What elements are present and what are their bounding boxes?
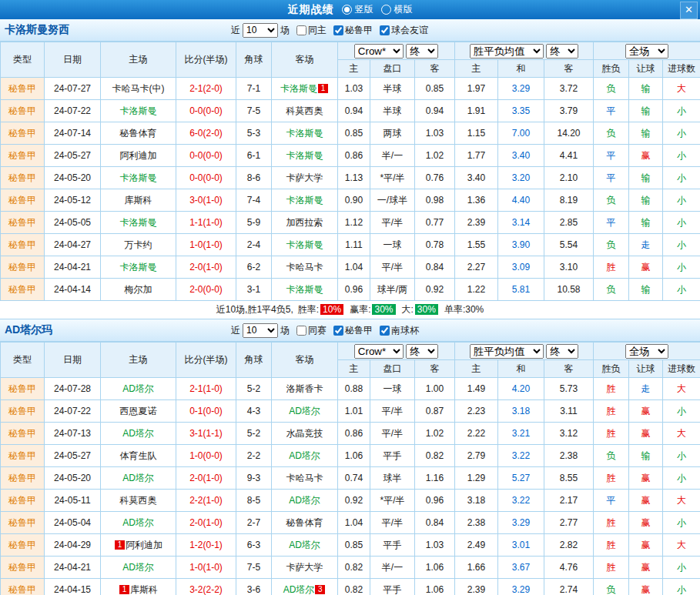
match-count-select[interactable]: 10 bbox=[243, 23, 278, 38]
ah-final-select[interactable]: 终 bbox=[406, 44, 438, 58]
home-cell: AD塔尔 bbox=[101, 378, 176, 400]
goals-result-cell: 小 bbox=[663, 234, 700, 256]
team-link[interactable]: 科莫西奥 bbox=[120, 495, 157, 506]
scope-select[interactable]: 全场 bbox=[625, 344, 668, 359]
goals-result-cell: 小 bbox=[663, 400, 700, 423]
team-link[interactable]: 卡洛斯曼 bbox=[120, 217, 157, 228]
ah-source-select[interactable]: Crow* bbox=[354, 344, 404, 359]
away-cell: 卡洛斯曼 bbox=[272, 145, 338, 167]
team-link[interactable]: AD塔尔 bbox=[122, 562, 154, 573]
team-link[interactable]: AD塔尔 bbox=[122, 383, 154, 394]
team-link[interactable]: AD塔尔 bbox=[122, 517, 154, 528]
landscape-radio-label[interactable]: 横版 bbox=[394, 3, 413, 16]
team-name: 卡洛斯曼努西 bbox=[5, 23, 69, 37]
cup-checkbox[interactable] bbox=[380, 326, 390, 336]
corner-cell: 2-7 bbox=[236, 512, 272, 534]
team-link[interactable]: 体育生队 bbox=[120, 450, 157, 461]
goals-result-cell: 大 bbox=[663, 534, 700, 557]
team-link[interactable]: 西恩夏诺 bbox=[120, 406, 157, 416]
team-link[interactable]: 卡洛斯曼 bbox=[286, 284, 323, 295]
team-link[interactable]: AD塔尔 bbox=[283, 584, 315, 595]
score-cell: 1-0(1-0) bbox=[176, 234, 236, 256]
same-home-filter[interactable]: 同主 bbox=[296, 24, 327, 37]
team-link[interactable]: AD塔尔 bbox=[289, 495, 320, 506]
eu-home-odds: 1.91 bbox=[455, 100, 498, 122]
same-competition-checkbox[interactable] bbox=[296, 326, 306, 336]
away-cell: 卡洛斯曼 bbox=[272, 234, 338, 256]
eu-away-odds: 3.11 bbox=[544, 400, 594, 423]
league-checkbox[interactable] bbox=[333, 326, 343, 336]
league-filter[interactable]: 秘鲁甲 bbox=[333, 24, 373, 37]
handicap-cell: 平手 bbox=[370, 534, 415, 557]
portrait-radio-label[interactable]: 竖版 bbox=[355, 3, 373, 16]
team-link[interactable]: AD塔尔 bbox=[122, 473, 154, 483]
team-link[interactable]: 科莫西奥 bbox=[286, 105, 323, 116]
ah-away-odds: 0.78 bbox=[415, 234, 455, 256]
team-link[interactable]: 卡哈马卡 bbox=[286, 473, 323, 483]
portrait-radio[interactable] bbox=[342, 5, 352, 15]
league-checkbox[interactable] bbox=[333, 25, 343, 35]
team-link[interactable]: 卡洛斯曼 bbox=[120, 262, 157, 272]
team-link[interactable]: 阿利迪加 bbox=[126, 540, 162, 550]
goals-result-cell: 小 bbox=[663, 145, 700, 167]
match-row: 秘鲁甲24-05-27阿利迪加0-0(0-0)6-1卡洛斯曼0.86半/一1.0… bbox=[1, 145, 700, 167]
score-cell: 2-1(2-0) bbox=[176, 78, 236, 100]
ah-final-select[interactable]: 终 bbox=[406, 344, 438, 359]
team-link[interactable]: 梅尔加 bbox=[125, 284, 152, 295]
handicap-cell: 一/球半 bbox=[370, 189, 415, 212]
team-link[interactable]: 卡哈马卡 bbox=[286, 262, 323, 272]
result-cell: 胜 bbox=[594, 534, 629, 557]
team-link[interactable]: 阿利迪加 bbox=[120, 150, 157, 161]
eu-final-select[interactable]: 终 bbox=[546, 344, 578, 359]
team-link[interactable]: 秘鲁体育 bbox=[286, 517, 323, 528]
eu-final-select[interactable]: 终 bbox=[546, 44, 578, 58]
team-section-2: AD塔尔玛 近 10 场 同赛 秘鲁甲 南球杯 bbox=[0, 319, 700, 595]
same-home-checkbox[interactable] bbox=[296, 25, 306, 35]
eu-source-select[interactable]: 胜平负均值 bbox=[470, 44, 544, 58]
team-link[interactable]: 卡洛斯曼 bbox=[120, 105, 157, 116]
landscape-radio[interactable] bbox=[381, 5, 391, 15]
team-link[interactable]: 加西拉索 bbox=[286, 217, 323, 228]
match-row: 秘鲁甲24-07-27卡哈马卡(中)2-1(2-0)7-1卡洛斯曼11.03半球… bbox=[1, 78, 700, 100]
team-link[interactable]: 卡洛斯曼 bbox=[286, 128, 323, 139]
score-cell: 0-1(0-0) bbox=[176, 400, 236, 423]
eu-draw-odds: 4.40 bbox=[498, 189, 544, 212]
cup-filter[interactable]: 南球杯 bbox=[380, 324, 419, 337]
ah-source-select[interactable]: Crow* bbox=[354, 44, 404, 58]
team-link[interactable]: 洛斯香卡 bbox=[286, 383, 323, 394]
eu-source-select[interactable]: 胜平负均值 bbox=[470, 344, 544, 359]
same-competition-filter[interactable]: 同赛 bbox=[296, 324, 327, 337]
team-link[interactable]: 卡洛斯曼 bbox=[280, 83, 317, 94]
handicap-result-cell: 输 bbox=[629, 445, 663, 467]
close-icon[interactable]: ✕ bbox=[680, 2, 698, 19]
score-cell: 6-0(2-0) bbox=[176, 122, 236, 145]
team-link[interactable]: AD塔尔 bbox=[122, 428, 154, 439]
col-result: 胜负 bbox=[594, 360, 629, 378]
match-count-select[interactable]: 10 bbox=[243, 323, 278, 338]
team-link[interactable]: 卡洛斯曼 bbox=[286, 195, 323, 206]
eu-home-odds: 2.49 bbox=[455, 534, 498, 557]
team-link[interactable]: 卡萨大学 bbox=[286, 172, 323, 183]
team-link[interactable]: 库斯科 bbox=[125, 195, 152, 206]
team-link[interactable]: 卡洛斯曼 bbox=[120, 172, 157, 183]
team-link[interactable]: 水晶竞技 bbox=[286, 428, 323, 439]
team-link[interactable]: 万卡约 bbox=[125, 239, 152, 250]
ah-away-odds: 0.82 bbox=[415, 445, 455, 467]
team-link[interactable]: 卡洛斯曼 bbox=[286, 150, 323, 161]
team-link[interactable]: AD塔尔 bbox=[289, 450, 320, 461]
friendly-filter[interactable]: 球会友谊 bbox=[380, 24, 428, 37]
result-cell: 平 bbox=[594, 100, 629, 122]
friendly-checkbox[interactable] bbox=[380, 25, 390, 35]
away-cell: 秘鲁体育 bbox=[272, 512, 338, 534]
team-link[interactable]: 库斯科 bbox=[130, 584, 158, 595]
score-cell: 1-0(0-0) bbox=[176, 445, 236, 467]
team-link[interactable]: 卡萨大学 bbox=[286, 562, 323, 573]
scope-select[interactable]: 全场 bbox=[625, 44, 668, 58]
home-cell: AD塔尔 bbox=[101, 512, 176, 534]
league-filter[interactable]: 秘鲁甲 bbox=[333, 324, 373, 337]
team-link[interactable]: 卡洛斯曼 bbox=[286, 239, 323, 250]
team-link[interactable]: AD塔尔 bbox=[289, 540, 320, 550]
team-link[interactable]: 卡哈马卡(中) bbox=[112, 83, 165, 94]
team-link[interactable]: 秘鲁体育 bbox=[120, 128, 157, 139]
team-link[interactable]: AD塔尔 bbox=[289, 406, 320, 416]
